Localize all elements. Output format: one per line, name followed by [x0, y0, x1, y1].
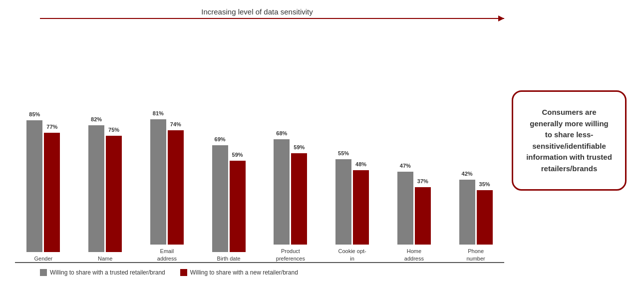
- legend-new-label: Willing to share with a new retailer/bra…: [190, 269, 298, 276]
- bar-new-1: 75%: [106, 136, 122, 252]
- chart-section: Increasing level of data sensitivity 85%…: [10, 5, 504, 276]
- bar-label-5: Cookie opt-in: [338, 248, 366, 262]
- bar-label-7: Phonenumber: [466, 248, 485, 262]
- bar-fill-red-7: [477, 190, 493, 245]
- bar-new-6: 37%: [415, 187, 431, 245]
- chart-area: 85%77%Gender82%75%Name81%74%Emailaddress…: [10, 23, 504, 263]
- bar-trusted-2: 81%: [150, 119, 166, 245]
- chart-title: Increasing level of data sensitivity: [10, 5, 504, 16]
- bar-fill-gray-1: [88, 125, 104, 252]
- bar-pair-7: 42%35%: [447, 180, 504, 245]
- bar-fill-gray-5: [335, 159, 351, 245]
- bar-fill-red-1: [106, 136, 122, 252]
- bar-value-new-0: 77%: [46, 124, 57, 130]
- bar-pair-2: 81%74%: [139, 119, 196, 245]
- bar-trusted-3: 69%: [212, 145, 228, 252]
- bar-group-1: 82%75%Name: [77, 125, 134, 262]
- bar-new-5: 48%: [353, 170, 369, 245]
- bar-new-3: 59%: [230, 161, 246, 252]
- bar-value-new-5: 48%: [355, 161, 366, 167]
- bar-fill-gray-6: [397, 172, 413, 245]
- main-container: Increasing level of data sensitivity 85%…: [0, 0, 644, 281]
- bar-fill-red-3: [230, 161, 246, 252]
- bar-trusted-5: 55%: [335, 159, 351, 245]
- bar-group-3: 69%59%Birth date: [200, 145, 257, 262]
- bar-new-2: 74%: [168, 130, 184, 245]
- bar-pair-3: 69%59%: [200, 145, 257, 252]
- bar-fill-gray-7: [459, 180, 475, 245]
- legend-box-gray: [40, 269, 47, 276]
- bar-value-trusted-2: 81%: [153, 110, 164, 116]
- legend-trusted: Willing to share with a trusted retailer…: [40, 269, 165, 276]
- bar-value-new-1: 75%: [108, 127, 119, 133]
- bar-fill-gray-2: [150, 119, 166, 245]
- bar-group-2: 81%74%Emailaddress: [139, 119, 196, 262]
- bar-group-4: 68%59%Productpreferences: [262, 139, 319, 262]
- callout-section: Consumers are generally more willing to …: [504, 5, 634, 276]
- bar-value-trusted-7: 42%: [462, 171, 473, 177]
- bar-value-trusted-5: 55%: [338, 150, 349, 156]
- bar-fill-gray-3: [212, 145, 228, 252]
- bar-pair-6: 47%37%: [386, 172, 443, 245]
- sensitivity-arrow: [40, 18, 504, 19]
- bar-group-5: 55%48%Cookie opt-in: [324, 159, 381, 262]
- bar-pair-0: 85%77%: [15, 120, 72, 252]
- bar-label-0: Gender: [34, 255, 53, 262]
- bar-value-new-6: 37%: [417, 178, 428, 184]
- bar-new-4: 59%: [291, 153, 307, 245]
- bar-value-trusted-4: 68%: [276, 130, 287, 136]
- bar-value-trusted-1: 82%: [91, 116, 102, 122]
- bar-new-0: 77%: [44, 133, 60, 252]
- bar-fill-red-4: [291, 153, 307, 245]
- bars-container: 85%77%Gender82%75%Name81%74%Emailaddress…: [15, 93, 504, 263]
- bar-value-trusted-0: 85%: [29, 111, 40, 117]
- bar-trusted-1: 82%: [88, 125, 104, 252]
- arrow-row: [10, 18, 504, 19]
- bar-label-6: Homeaddress: [404, 248, 424, 262]
- legend: Willing to share with a trusted retailer…: [10, 269, 504, 276]
- bar-value-new-4: 59%: [294, 144, 305, 150]
- bar-value-trusted-3: 69%: [215, 136, 226, 142]
- bar-fill-red-5: [353, 170, 369, 245]
- bar-pair-4: 68%59%: [262, 139, 319, 245]
- bar-value-new-2: 74%: [170, 121, 181, 127]
- bar-fill-gray-4: [274, 139, 290, 245]
- bar-value-new-7: 35%: [479, 181, 490, 187]
- bar-new-7: 35%: [477, 190, 493, 245]
- bar-group-0: 85%77%Gender: [15, 120, 72, 262]
- legend-trusted-label: Willing to share with a trusted retailer…: [50, 269, 165, 276]
- bar-group-7: 42%35%Phonenumber: [447, 180, 504, 262]
- bar-pair-5: 55%48%: [324, 159, 381, 245]
- bar-group-6: 47%37%Homeaddress: [386, 172, 443, 262]
- bar-label-2: Emailaddress: [157, 248, 177, 262]
- bar-trusted-0: 85%: [26, 120, 42, 252]
- bar-label-4: Productpreferences: [276, 248, 305, 262]
- bar-fill-red-2: [168, 130, 184, 245]
- bar-trusted-7: 42%: [459, 180, 475, 245]
- legend-new: Willing to share with a new retailer/bra…: [180, 269, 298, 276]
- callout-box: Consumers are generally more willing to …: [512, 90, 627, 191]
- legend-box-red: [180, 269, 187, 276]
- callout-text: Consumers are generally more willing to …: [526, 107, 613, 174]
- bar-pair-1: 82%75%: [77, 125, 134, 252]
- bar-fill-red-0: [44, 133, 60, 252]
- bar-trusted-4: 68%: [274, 139, 290, 245]
- bar-trusted-6: 47%: [397, 172, 413, 245]
- bar-label-1: Name: [98, 255, 112, 262]
- bar-fill-red-6: [415, 187, 431, 245]
- bar-value-new-3: 59%: [232, 152, 243, 158]
- bar-fill-gray-0: [26, 120, 42, 252]
- bar-label-3: Birth date: [217, 255, 241, 262]
- bar-value-trusted-6: 47%: [400, 163, 411, 169]
